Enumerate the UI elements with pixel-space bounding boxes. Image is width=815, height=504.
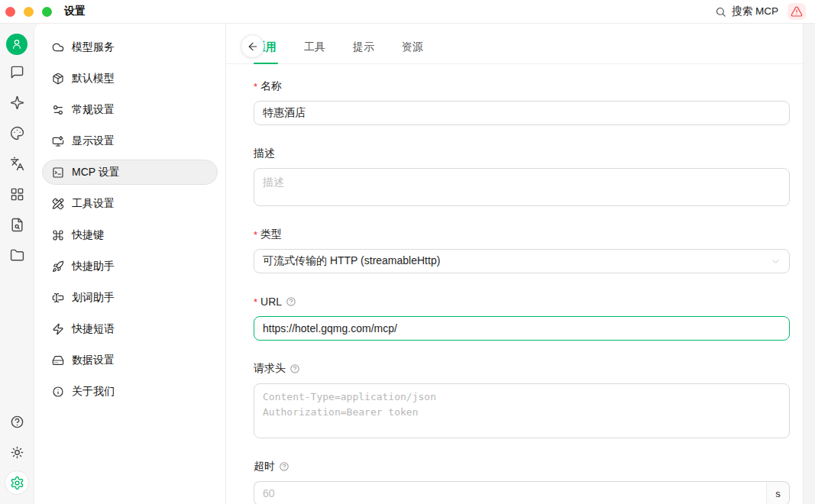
rail-apps-button[interactable] xyxy=(3,179,31,209)
rail-agents-button[interactable] xyxy=(3,87,31,118)
settings-sidebar: 模型服务 默认模型 常规设置 显示设置 MCP 设置 xyxy=(34,24,226,504)
search-label: 搜索 MCP xyxy=(732,5,778,18)
sidebar-item-data-settings[interactable]: 数据设置 xyxy=(42,347,218,373)
url-label: URL xyxy=(260,296,282,308)
chevron-down-icon xyxy=(771,257,781,267)
arrow-left-icon xyxy=(247,40,259,53)
sidebar-item-tool-settings[interactable]: 工具设置 xyxy=(42,191,218,216)
sidebar-item-label: 常规设置 xyxy=(72,103,115,117)
file-search-icon xyxy=(10,218,24,232)
rail-theme-button[interactable] xyxy=(3,437,31,467)
sidebar-item-default-model[interactable]: 默认模型 xyxy=(42,66,218,91)
type-select-value: 可流式传输的 HTTP (streamableHttp) xyxy=(263,254,440,268)
sidebar-item-label: 显示设置 xyxy=(72,134,115,148)
titlebar: 设置 搜索 MCP xyxy=(0,0,815,24)
command-icon xyxy=(52,229,64,241)
sidebar-item-label: 快捷助手 xyxy=(72,260,115,273)
rail-settings-button[interactable] xyxy=(5,470,29,495)
rail-paintings-button[interactable] xyxy=(3,118,31,148)
name-input[interactable] xyxy=(254,101,790,125)
rail-help-button[interactable] xyxy=(3,406,31,437)
rocket-icon xyxy=(52,260,64,273)
tab-prompts[interactable]: 提示 xyxy=(351,36,376,63)
palette-icon xyxy=(10,126,24,141)
sidebar-item-label: 默认模型 xyxy=(72,72,115,86)
titlebar-right: 搜索 MCP xyxy=(715,3,806,20)
sidebar-item-label: 快捷短语 xyxy=(72,322,115,336)
timeout-input[interactable] xyxy=(254,481,766,504)
type-label: 类型 xyxy=(260,228,282,241)
zoom-window-button[interactable] xyxy=(42,7,52,17)
sidebar-item-label: 关于我们 xyxy=(72,385,115,399)
sidebar-item-label: 快捷键 xyxy=(72,228,104,242)
timeout-unit-suffix: s xyxy=(766,481,790,504)
url-input[interactable] xyxy=(254,316,790,341)
field-description: 描述 xyxy=(254,146,790,206)
headers-textarea[interactable] xyxy=(254,383,790,438)
sidebar-item-selection-assistant[interactable]: 划词助手 xyxy=(42,285,218,310)
square-terminal-icon xyxy=(52,166,64,179)
mcp-server-detail: 通用 工具 提示 资源 * 名称 描述 xyxy=(226,24,803,504)
required-marker: * xyxy=(254,230,257,240)
sidebar-item-general-settings[interactable]: 常规设置 xyxy=(42,97,218,122)
type-select[interactable]: 可流式传输的 HTTP (streamableHttp) xyxy=(254,249,790,273)
field-timeout: 超时 s xyxy=(254,459,790,504)
monitor-cog-icon xyxy=(52,135,64,147)
sidebar-item-quick-phrases[interactable]: 快捷短语 xyxy=(42,316,218,341)
app-body: 模型服务 默认模型 常规设置 显示设置 MCP 设置 xyxy=(0,24,815,504)
scroll-gutter xyxy=(804,24,815,504)
pencil-ruler-icon xyxy=(52,198,64,210)
sidebar-item-model-service[interactable]: 模型服务 xyxy=(42,34,218,60)
close-window-button[interactable] xyxy=(5,7,15,17)
package-icon xyxy=(52,73,64,85)
name-label: 名称 xyxy=(260,79,282,93)
translate-icon xyxy=(10,157,24,171)
timeout-help-icon[interactable] xyxy=(279,461,289,472)
rail-top-icons xyxy=(3,57,31,270)
sparkle-icon xyxy=(10,95,24,110)
tab-tools[interactable]: 工具 xyxy=(302,36,327,63)
rail-chat-button[interactable] xyxy=(3,57,31,87)
minimize-window-button[interactable] xyxy=(24,7,34,17)
text-cursor-input-icon xyxy=(52,292,64,304)
sidebar-item-shortcuts[interactable]: 快捷键 xyxy=(42,222,218,247)
zap-icon xyxy=(52,323,64,335)
gear-icon xyxy=(10,476,24,490)
sidebar-item-quick-assistant[interactable]: 快捷助手 xyxy=(42,254,218,279)
rail-files-button[interactable] xyxy=(3,240,31,270)
description-label: 描述 xyxy=(254,147,275,160)
chat-bubble-icon xyxy=(10,65,24,79)
sun-icon xyxy=(10,445,24,460)
sidebar-item-display-settings[interactable]: 显示设置 xyxy=(42,128,218,153)
sidebar-item-label: 数据设置 xyxy=(72,354,115,367)
rail-knowledge-button[interactable] xyxy=(3,209,31,240)
sidebar-item-about-us[interactable]: 关于我们 xyxy=(42,379,218,404)
info-icon xyxy=(52,386,64,398)
sidebar-item-label: 工具设置 xyxy=(72,197,115,211)
help-circle-icon xyxy=(10,415,24,429)
rail-translate-button[interactable] xyxy=(3,148,31,179)
field-headers: 请求头 xyxy=(254,361,790,438)
required-marker: * xyxy=(254,82,257,92)
back-button[interactable] xyxy=(241,34,264,58)
window-title: 设置 xyxy=(64,5,86,18)
warning-button[interactable] xyxy=(788,3,806,20)
sidebar-item-label: 划词助手 xyxy=(72,291,115,305)
folder-icon xyxy=(10,248,24,263)
user-avatar[interactable] xyxy=(6,34,27,55)
headers-help-icon[interactable] xyxy=(289,363,300,374)
apps-grid-icon xyxy=(10,187,24,202)
field-type: * 类型 可流式传输的 HTTP (streamableHttp) xyxy=(254,227,790,273)
timeout-label: 超时 xyxy=(254,460,275,473)
rail-bottom-icons xyxy=(3,406,31,495)
tab-resources[interactable]: 资源 xyxy=(400,36,425,63)
sliders-icon xyxy=(52,104,64,116)
search-mcp-button[interactable]: 搜索 MCP xyxy=(715,5,778,18)
url-help-icon[interactable] xyxy=(286,296,296,307)
sidebar-item-mcp-settings[interactable]: MCP 设置 xyxy=(42,160,218,185)
field-url: * URL xyxy=(254,294,790,341)
sidebar-item-label: MCP 设置 xyxy=(72,166,120,179)
field-name: * 名称 xyxy=(254,79,790,125)
headers-label: 请求头 xyxy=(254,362,286,376)
description-textarea[interactable] xyxy=(254,168,790,206)
